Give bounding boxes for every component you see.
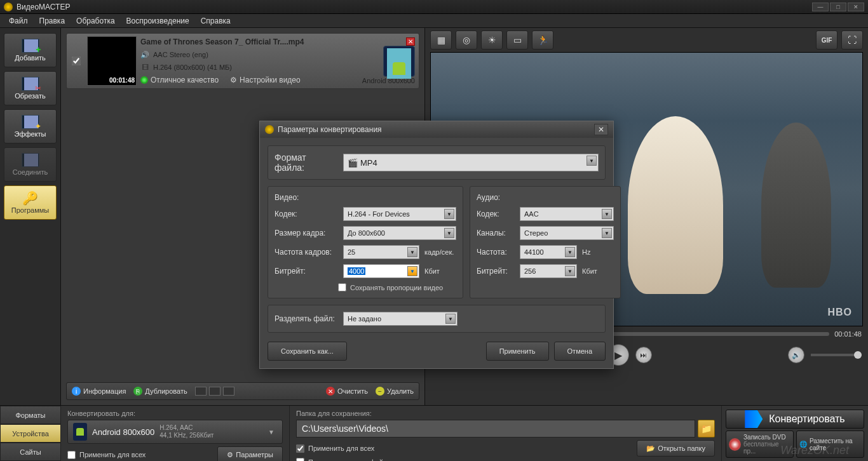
app-logo-icon xyxy=(4,3,13,11)
clear-button[interactable]: ✕Очистить xyxy=(326,387,368,396)
duplicate-icon: ⎘ xyxy=(133,387,142,396)
folder-icon: 📂 xyxy=(646,444,655,453)
menu-edit[interactable]: Правка xyxy=(34,15,71,27)
save-apply-all-checkbox[interactable]: Применить для всех xyxy=(296,444,374,453)
gif-button[interactable]: GIF xyxy=(816,30,837,50)
disc-icon xyxy=(729,438,741,451)
file-duration: 00:01:48 xyxy=(109,77,135,84)
next-button[interactable]: ⏭ xyxy=(635,347,652,363)
dialog-titlebar[interactable]: Параметры конвертирования ✕ xyxy=(260,121,613,138)
dialog-logo-icon xyxy=(265,125,274,134)
convert-for-label: Конвертировать для: xyxy=(67,410,283,417)
file-remove-button[interactable]: ✕ xyxy=(406,37,415,46)
delete-icon: − xyxy=(376,387,384,396)
format-label: Формат файла: xyxy=(275,152,338,173)
dialog-close-button[interactable]: ✕ xyxy=(594,124,608,135)
clear-icon: ✕ xyxy=(326,387,335,396)
tab-sites[interactable]: Сайты xyxy=(0,443,61,461)
minimize-button[interactable]: — xyxy=(812,3,829,11)
save-as-button[interactable]: Сохранить как... xyxy=(268,342,347,361)
add-button[interactable]: Добавить xyxy=(4,33,57,67)
maximize-button[interactable]: □ xyxy=(830,3,846,11)
cut-button[interactable]: Обрезать xyxy=(4,71,57,105)
titlebar: ВидеоМАСТЕР — □ ✕ xyxy=(0,0,868,14)
volume-slider[interactable] xyxy=(811,354,862,356)
menu-process[interactable]: Обработка xyxy=(71,15,120,27)
convert-arrow-icon xyxy=(745,410,763,428)
app-title: ВидеоМАСТЕР xyxy=(17,3,812,11)
params-button[interactable]: ⚙Параметры xyxy=(217,446,283,461)
split-file-select[interactable]: Не задано▼ xyxy=(343,312,458,326)
cancel-button[interactable]: Отмена xyxy=(554,342,606,361)
video-icon: 🎞 xyxy=(140,63,149,72)
gear-icon: ⚙ xyxy=(230,76,237,84)
file-title: Game of Thrones Season 7_ Official Tr...… xyxy=(140,37,357,46)
globe-icon: 🌐 xyxy=(799,441,807,448)
audio-codec-select[interactable]: AAC▼ xyxy=(520,207,614,221)
video-section-header: Видео: xyxy=(275,193,456,202)
menu-help[interactable]: Справка xyxy=(196,15,236,27)
channels-select[interactable]: Стерео▼ xyxy=(520,226,614,240)
effects-icon xyxy=(22,115,39,129)
menu-playback[interactable]: Воспроизведение xyxy=(121,15,194,27)
convert-button[interactable]: Конвертировать xyxy=(726,410,864,429)
device-preview-icon xyxy=(383,46,415,77)
add-icon xyxy=(22,39,39,53)
frame-button[interactable]: ▭ xyxy=(506,30,528,50)
brightness-button[interactable]: ☀ xyxy=(481,30,503,50)
quality-icon xyxy=(140,76,148,84)
frame-size-select[interactable]: До 800x600▼ xyxy=(343,226,456,240)
tab-formats[interactable]: Форматы xyxy=(0,406,61,424)
enhance-button[interactable]: ◎ xyxy=(456,30,477,50)
file-settings-link[interactable]: ⚙Настройки видео xyxy=(230,76,301,84)
programs-button[interactable]: Программы xyxy=(4,185,57,220)
upload-button[interactable]: 🌐Разместить на сайте xyxy=(796,431,864,458)
save-folder-label: Папка для сохранения: xyxy=(296,410,715,417)
bottom-panel: Форматы Устройства Сайты Конвертировать … xyxy=(0,405,868,461)
join-icon xyxy=(22,153,39,167)
file-item[interactable]: 00:01:48 Game of Thrones Season 7_ Offic… xyxy=(66,33,419,89)
menu-file[interactable]: Файл xyxy=(4,15,33,27)
audio-section-header: Аудио: xyxy=(477,193,614,202)
volume-button[interactable]: 🔊 xyxy=(788,347,804,363)
gear-icon: ⚙ xyxy=(227,451,233,459)
audio-bitrate-select[interactable]: 256▼ xyxy=(520,264,577,278)
freq-select[interactable]: 44100▼ xyxy=(520,245,577,259)
file-video: H.264 (800x600) (41 МБ) xyxy=(153,63,232,71)
join-button[interactable]: Соединить xyxy=(4,147,57,182)
delete-button[interactable]: −Удалить xyxy=(376,387,414,396)
fullscreen-button[interactable]: ⛶ xyxy=(841,30,863,50)
keep-aspect-checkbox[interactable]: Сохранять пропорции видео xyxy=(338,283,456,291)
save-path-input[interactable] xyxy=(296,420,695,438)
menubar: Файл Правка Обработка Воспроизведение Сп… xyxy=(0,14,868,28)
apply-button[interactable]: Применить xyxy=(486,342,549,361)
dialog-title: Параметры конвертирования xyxy=(278,125,382,134)
watermark-text: HBO xyxy=(827,307,852,318)
format-select[interactable]: 🎬MP4▼ xyxy=(343,154,599,171)
left-toolbar: Добавить Обрезать Эффекты Соединить Прог… xyxy=(0,28,61,405)
info-button[interactable]: iИнформация xyxy=(72,387,126,396)
video-bitrate-input[interactable]: 4000▼ xyxy=(343,264,419,278)
speed-button[interactable]: 🏃 xyxy=(532,30,553,50)
apply-all-checkbox[interactable]: Применить для всех xyxy=(67,451,146,459)
duplicate-button[interactable]: ⎘Дублировать xyxy=(133,387,187,396)
browse-folder-button[interactable] xyxy=(698,420,715,438)
file-thumbnail[interactable]: 00:01:48 xyxy=(87,36,137,86)
key-icon xyxy=(22,191,39,205)
close-button[interactable]: ✕ xyxy=(848,3,864,11)
open-folder-button[interactable]: 📂Открыть папку xyxy=(637,440,715,457)
view-toggle[interactable] xyxy=(195,387,234,396)
video-codec-select[interactable]: H.264 - For Devices▼ xyxy=(343,207,456,221)
same-folder-checkbox[interactable]: Папка с исходным файлом xyxy=(296,458,715,461)
effects-button[interactable]: Эффекты xyxy=(4,109,57,144)
fps-select[interactable]: 25▼ xyxy=(343,245,419,259)
crop-button[interactable]: ▦ xyxy=(430,30,452,50)
file-checkbox[interactable] xyxy=(72,57,81,65)
burn-dvd-button[interactable]: Записать DVDбесплатные пр... xyxy=(726,431,794,458)
tab-devices[interactable]: Устройства xyxy=(0,424,61,443)
file-quality: Отличное качество xyxy=(151,76,219,84)
chevron-down-icon: ▼ xyxy=(587,156,597,166)
device-selector[interactable]: Android 800x600 H.264, AAC44,1 KHz, 256К… xyxy=(67,420,283,444)
time-total: 00:01:48 xyxy=(834,330,862,338)
mp4-icon: 🎬 xyxy=(348,158,358,168)
